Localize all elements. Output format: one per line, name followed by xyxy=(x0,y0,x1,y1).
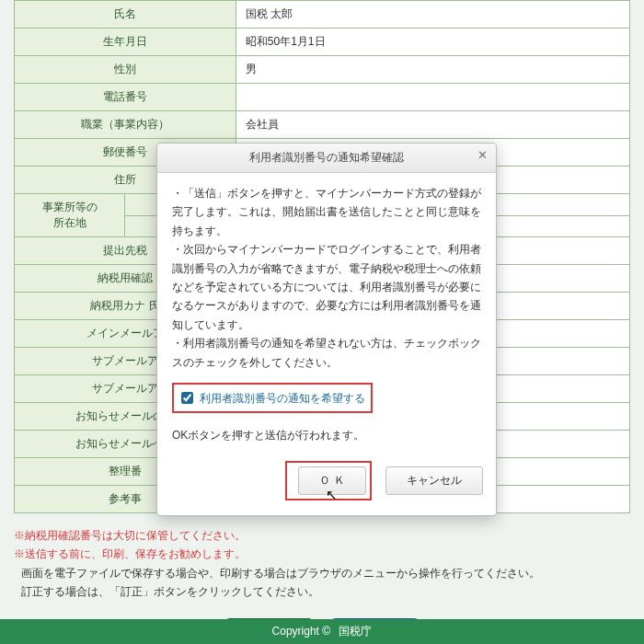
form-label: 職業（事業内容） xyxy=(15,111,236,139)
dialog-paragraph: ・次回からマイナンバーカードでログインすることで、利用者識別番号の入力が省略でき… xyxy=(172,240,481,334)
dialog-title-bar: 利用者識別番号の通知希望確認 ✕ xyxy=(157,144,496,173)
cancel-button[interactable]: キャンセル xyxy=(385,466,483,495)
confirm-dialog: 利用者識別番号の通知希望確認 ✕ ・「送信」ボタンを押すと、マイナンバーカード方… xyxy=(156,143,497,516)
form-value xyxy=(236,84,629,111)
note-2: 訂正する場合は、「訂正」ボタンをクリックしてください。 xyxy=(21,582,630,601)
form-value: 国税 太郎 xyxy=(236,1,629,29)
cursor-icon: ↖ xyxy=(326,487,338,503)
form-label: 事業所等の 所在地 xyxy=(15,194,125,237)
ok-button[interactable]: Ｏ Ｋ ↖ xyxy=(298,466,365,495)
dialog-note: OKボタンを押すと送信が行われます。 xyxy=(172,426,481,444)
notify-checkbox-label: 利用者識別番号の通知を希望する xyxy=(200,392,365,405)
notify-checkbox-row: 利用者識別番号の通知を希望する xyxy=(172,383,373,413)
dialog-paragraph: ・利用者識別番号の通知を希望されない方は、チェックボックスのチェックを外してくだ… xyxy=(172,334,481,372)
notify-checkbox[interactable] xyxy=(181,392,193,404)
form-label: 氏名 xyxy=(15,1,236,29)
form-label: 電話番号 xyxy=(15,84,236,111)
dialog-body: ・「送信」ボタンを押すと、マイナンバーカード方式の登録が完了します。これは、開始… xyxy=(157,173,496,452)
form-label: 生年月日 xyxy=(15,29,236,56)
warning-1: ※納税用確認番号は大切に保管してください。 xyxy=(14,526,630,545)
dialog-title: 利用者識別番号の通知希望確認 xyxy=(249,151,404,164)
warning-2: ※送信する前に、印刷、保存をお勧めします。 xyxy=(14,545,630,563)
form-value: 男 xyxy=(236,56,629,84)
note-1: 画面を電子ファイルで保存する場合や、印刷する場合はブラウザのメニューから操作を行… xyxy=(21,564,630,582)
form-value: 会社員 xyxy=(236,111,629,139)
form-label: 性別 xyxy=(15,56,236,84)
footer: Copyright © 国税庁 xyxy=(0,619,644,644)
close-icon[interactable]: ✕ xyxy=(474,148,490,165)
dialog-paragraph: ・「送信」ボタンを押すと、マイナンバーカード方式の登録が完了します。これは、開始… xyxy=(172,184,481,240)
form-value: 昭和50年1月1日 xyxy=(236,29,629,56)
warnings-block: ※納税用確認番号は大切に保管してください。 ※送信する前に、印刷、保存をお勧めし… xyxy=(14,526,630,602)
ok-highlight: Ｏ Ｋ ↖ xyxy=(285,461,371,500)
